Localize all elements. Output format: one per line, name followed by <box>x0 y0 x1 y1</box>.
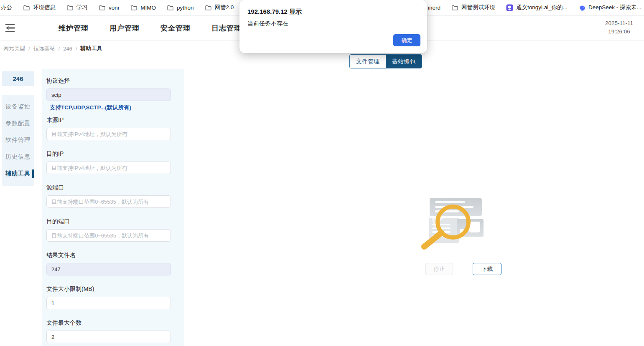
sidebar-menu: 设备监控参数配置软件管理历史信息辅助工具 <box>2 95 34 186</box>
bookmark-label: 办公 <box>1 4 12 11</box>
sidebar-item-software-mgmt[interactable]: 软件管理 <box>2 132 34 149</box>
folder-icon <box>167 4 174 11</box>
bookmark-label: 环境信息 <box>33 4 56 11</box>
main-menu: 维护管理用户管理安全管理日志管理 <box>59 15 242 40</box>
bookmark-item-env-info[interactable]: 环境信息 <box>23 4 56 11</box>
breadcrumb-separator: / <box>59 45 60 52</box>
form-field-protocol-select: 协议选择支持TCP,UDP,SCTP...(默认所有) <box>46 77 184 111</box>
sidebar-item-param-config[interactable]: 参数配置 <box>2 115 34 132</box>
folder-icon <box>130 4 137 11</box>
bookmark-label: python <box>177 5 194 11</box>
field-label: 文件大小限制(MB) <box>46 285 184 293</box>
nav-item-user-mgmt[interactable]: 用户管理 <box>109 23 140 33</box>
bookmark-item-office[interactable]: 办公 <box>1 4 12 11</box>
dest-ip-input[interactable] <box>46 162 171 174</box>
bookmark-label: 网管2.0 <box>215 4 234 11</box>
sidebar-item-history-info[interactable]: 历史信息 <box>2 149 34 165</box>
folder-icon <box>205 4 212 11</box>
bookmark-label: 通义tongyi.ai_你的... <box>516 4 568 11</box>
source-port-input[interactable] <box>46 195 171 208</box>
nav-item-security-mgmt[interactable]: 安全管理 <box>160 23 191 33</box>
bookmark-item-netmgr-2[interactable]: 网管2.0 <box>205 4 234 11</box>
field-label: 目的端口 <box>46 218 184 225</box>
capture-tabs: 文件管理基站抓包 <box>349 54 422 68</box>
field-label: 来源IP <box>46 116 184 124</box>
field-hint: 支持TCP,UDP,SCTP...(默认所有) <box>46 101 184 111</box>
station-badge[interactable]: 246 <box>2 71 34 86</box>
bookmark-item-deepseek[interactable]: DeepSeek - 探索未... <box>578 4 641 11</box>
tongyi-icon <box>506 4 513 11</box>
source-ip-input[interactable] <box>46 128 171 140</box>
deepseek-icon <box>578 4 585 11</box>
bookmark-label: vonr <box>109 5 120 11</box>
form-field-file-size-limit: 文件大小限制(MB) <box>46 285 184 309</box>
file-size-limit-input[interactable] <box>46 297 171 309</box>
folder-icon <box>66 4 74 11</box>
form-field-source-ip: 来源IP <box>46 116 184 140</box>
breadcrumb-current: 辅助工具 <box>81 45 102 52</box>
bookmark-item-inerd[interactable]: inerd <box>428 5 440 11</box>
download-button[interactable]: 下载 <box>473 263 501 275</box>
empty-state-illustration <box>419 189 487 252</box>
bookmark-label: DeepSeek - 探索未... <box>588 4 641 11</box>
dialog-title: 192.168.79.12 显示 <box>247 8 302 16</box>
form-field-source-port: 源端口 <box>46 184 184 208</box>
field-label: 协议选择 <box>46 77 184 85</box>
time-text: 19:26:06 <box>605 28 633 36</box>
breadcrumb-item[interactable]: 246 <box>63 45 72 52</box>
nav-item-maintenance-mgmt[interactable]: 维护管理 <box>59 23 89 33</box>
active-indicator <box>32 169 34 178</box>
bookmark-item-python[interactable]: python <box>167 4 194 11</box>
bookmark-label: inerd <box>428 5 440 11</box>
bookmark-item-vonr[interactable]: vonr <box>99 4 120 11</box>
alert-dialog: 192.168.79.12 显示 当前任务不存在 确定 <box>239 0 427 53</box>
ok-button[interactable]: 确定 <box>393 34 420 46</box>
breadcrumb-separator: / <box>28 45 30 52</box>
collapse-menu-icon <box>4 28 16 35</box>
stop-button[interactable]: 停止 <box>425 263 453 275</box>
datetime: 2025-11-11 19:26:06 <box>605 19 633 36</box>
nav-item-log-mgmt[interactable]: 日志管理 <box>211 23 242 33</box>
folder-icon <box>23 4 30 11</box>
bookmark-item-netmgr-test-env[interactable]: 网管测试环境 <box>451 4 495 11</box>
breadcrumb-item[interactable]: 网元类型 <box>3 45 25 52</box>
sidebar-collapse-button[interactable] <box>4 23 16 33</box>
folder-icon <box>99 4 106 11</box>
tab-station-capture[interactable]: 基站抓包 <box>386 55 422 68</box>
result-filename-input[interactable] <box>46 263 171 275</box>
field-label: 文件最大个数 <box>46 319 184 327</box>
bookmark-label: 网管测试环境 <box>461 4 495 11</box>
protocol-select-input[interactable] <box>46 88 171 101</box>
bookmark-item-mimo[interactable]: MIMO <box>130 4 156 11</box>
form-field-result-filename: 结果文件名 <box>46 252 184 275</box>
field-label: 源端口 <box>46 184 184 192</box>
dest-port-input[interactable] <box>46 229 171 242</box>
sidebar-item-auxiliary-tools[interactable]: 辅助工具 <box>2 165 34 182</box>
bookmarks-group-right: inerd网管测试环境通义tongyi.ai_你的...DeepSeek - 探… <box>428 0 644 15</box>
magnifier-documents-icon <box>419 246 487 253</box>
date-text: 2025-11-11 <box>605 19 633 28</box>
bookmark-label: MIMO <box>140 5 156 11</box>
field-label: 结果文件名 <box>46 252 184 259</box>
folder-icon <box>451 4 458 11</box>
file-max-count-input[interactable] <box>46 331 171 343</box>
dialog-message: 当前任务不存在 <box>247 20 288 28</box>
capture-form: 协议选择支持TCP,UDP,SCTP...(默认所有)来源IP目的IP源端口目的… <box>42 69 184 346</box>
form-field-dest-ip: 目的IP <box>46 150 184 174</box>
tab-file-management[interactable]: 文件管理 <box>350 55 386 68</box>
form-field-dest-port: 目的端口 <box>46 218 184 242</box>
bookmark-label: 学习 <box>76 4 88 11</box>
form-field-file-max-count: 文件最大个数 <box>46 319 184 343</box>
breadcrumb-separator: / <box>76 45 77 52</box>
bookmark-item-study[interactable]: 学习 <box>66 4 88 11</box>
field-label: 目的IP <box>46 150 184 158</box>
sidebar-item-device-monitor[interactable]: 设备监控 <box>2 98 34 115</box>
breadcrumb: 网元类型/拉远基站/246/辅助工具 <box>3 41 102 56</box>
bookmark-item-tongyi[interactable]: 通义tongyi.ai_你的... <box>506 4 568 11</box>
breadcrumb-item[interactable]: 拉远基站 <box>33 45 55 52</box>
